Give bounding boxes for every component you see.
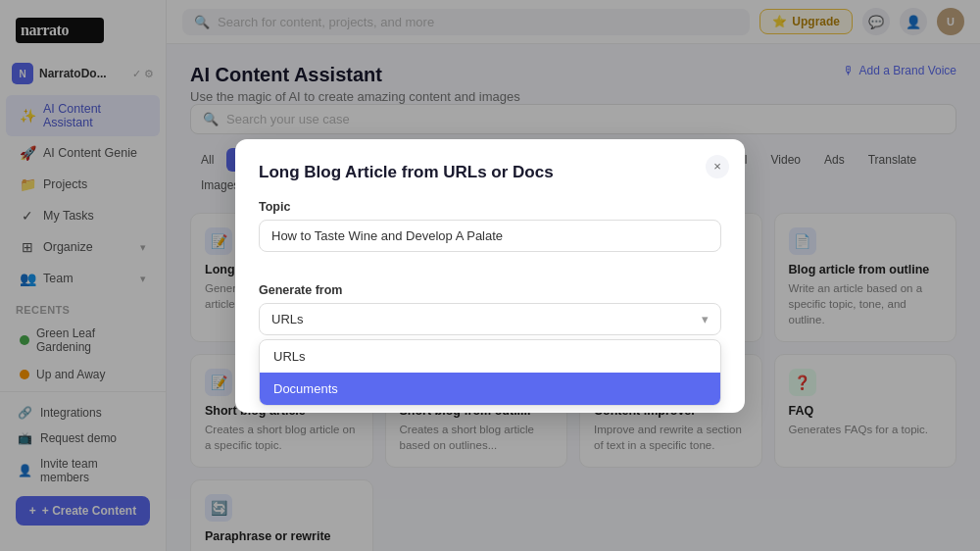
modal-overlay: × Long Blog Article from URLs or Docs To… [0,0,980,551]
generate-from-dropdown-wrapper: URLs ▾ URLs Documents [259,303,721,335]
chevron-down-icon: ▾ [702,312,709,326]
topic-label: Topic [259,200,721,214]
topic-form-group: Topic [259,200,721,268]
dropdown-option-urls[interactable]: URLs [260,340,720,373]
topic-input[interactable] [259,220,721,252]
dropdown-option-documents[interactable]: Documents [260,373,720,405]
modal-close-button[interactable]: × [706,155,729,178]
generate-from-dropdown[interactable]: URLs ▾ [259,303,721,335]
generate-from-dropdown-menu: URLs Documents [259,339,721,406]
generate-from-form-group: Generate from URLs ▾ URLs Documents [259,283,721,335]
dropdown-selected-value: URLs [271,312,304,326]
long-blog-modal: × Long Blog Article from URLs or Docs To… [235,139,745,413]
generate-from-label: Generate from [259,283,721,297]
modal-title: Long Blog Article from URLs or Docs [259,163,721,182]
